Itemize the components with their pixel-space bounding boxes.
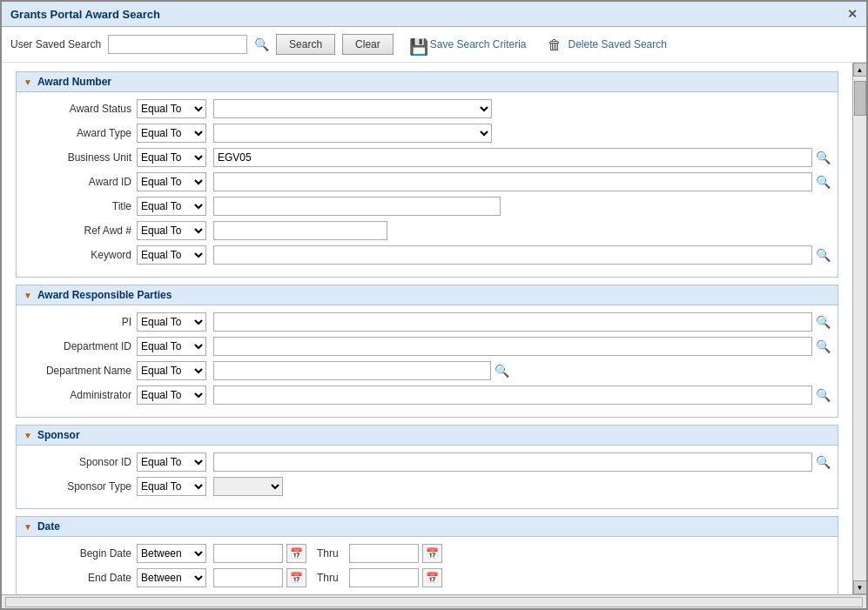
operator-administrator: Equal ToNot Equal To [137, 385, 206, 405]
input-title[interactable] [213, 197, 501, 216]
select-operator-title[interactable]: Equal ToNot Equal To [137, 197, 206, 216]
input-keyword[interactable] [213, 245, 812, 265]
lookup-icon-administrator[interactable]: 🔍 [816, 388, 831, 402]
operator-sponsor-type: Equal ToNot Equal To [137, 477, 206, 496]
value-award-type [213, 124, 492, 143]
scroll-thumb[interactable] [854, 81, 866, 116]
horizontal-scrollbar[interactable] [5, 597, 863, 607]
lookup-icon-sponsor-id[interactable]: 🔍 [816, 455, 831, 469]
calendar-icon-begin-from[interactable]: 📅 [286, 544, 306, 563]
calendar-icon-end-to[interactable]: 📅 [422, 568, 442, 587]
select-value-award-type[interactable] [213, 124, 492, 143]
label-sponsor-id: Sponsor ID [24, 456, 137, 468]
select-operator-sponsor-type[interactable]: Equal ToNot Equal To [137, 477, 206, 496]
label-award-id: Award ID [24, 176, 137, 188]
save-search-criteria-icon[interactable]: 💾 [409, 37, 423, 51]
clear-button[interactable]: Clear [342, 34, 394, 55]
calendar-icon-begin-to[interactable]: 📅 [422, 544, 442, 563]
select-operator-department-id[interactable]: Equal ToNot Equal To [137, 337, 206, 356]
user-saved-search-input[interactable] [108, 35, 247, 54]
section-arrow-responsible-parties: ▼ [24, 291, 32, 300]
input-begin-date-from[interactable] [213, 544, 283, 563]
input-department-name[interactable] [213, 361, 491, 380]
scroll-up-button[interactable]: ▲ [853, 63, 867, 77]
operator-department-id: Equal ToNot Equal To [137, 337, 206, 356]
select-operator-administrator[interactable]: Equal ToNot Equal To [137, 385, 206, 405]
search-button[interactable]: Search [276, 34, 335, 55]
row-business-unit: Business Unit Equal ToNot Equal To 🔍 [17, 148, 838, 167]
input-end-date-from[interactable] [213, 568, 283, 587]
operator-business-unit: Equal ToNot Equal To [137, 148, 206, 167]
lookup-icon-award-id[interactable]: 🔍 [816, 175, 831, 189]
lookup-icon-business-unit[interactable]: 🔍 [816, 151, 831, 164]
section-header-award-responsible-parties[interactable]: ▼ Award Responsible Parties [16, 285, 838, 305]
label-ref-awd: Ref Awd # [24, 225, 137, 237]
row-administrator: Administrator Equal ToNot Equal To 🔍 [17, 385, 838, 405]
row-award-id: Award ID Equal ToNot Equal To 🔍 [17, 172, 838, 191]
select-operator-keyword[interactable]: Equal ToNot Equal To [137, 245, 206, 265]
save-search-criteria-link[interactable]: Save Search Criteria [430, 38, 527, 50]
section-header-sponsor[interactable]: ▼ Sponsor [16, 425, 838, 446]
select-operator-begin-date[interactable]: BetweenEqual ToLess Than [137, 544, 206, 563]
label-title: Title [24, 200, 137, 212]
section-award-number: ▼ Award Number Award Status Equal ToNot … [16, 71, 838, 278]
lookup-icon-department-id[interactable]: 🔍 [816, 339, 831, 353]
section-header-award-number[interactable]: ▼ Award Number [16, 71, 838, 92]
row-keyword: Keyword Equal ToNot Equal To 🔍 [17, 245, 838, 265]
label-begin-date: Begin Date [24, 547, 137, 560]
calendar-icon-end-from[interactable]: 📅 [286, 568, 306, 587]
close-button[interactable]: ✕ [847, 7, 858, 21]
section-title-date: Date [37, 520, 60, 533]
select-operator-award-id[interactable]: Equal ToNot Equal To [137, 172, 206, 191]
lookup-icon-pi[interactable]: 🔍 [816, 315, 831, 329]
section-title-responsible-parties: Award Responsible Parties [37, 289, 172, 301]
vertical-scrollbar: ▲ ▼ [852, 63, 866, 594]
label-keyword: Keyword [24, 249, 137, 261]
input-award-id[interactable] [213, 172, 812, 191]
label-end-date: End Date [24, 572, 137, 584]
input-ref-awd[interactable] [213, 221, 387, 240]
select-operator-pi[interactable]: Equal ToNot Equal To [137, 312, 206, 332]
label-administrator: Administrator [24, 389, 137, 401]
select-operator-sponsor-id[interactable]: Equal ToNot Equal To [137, 452, 206, 472]
row-title: Title Equal ToNot Equal To [17, 197, 838, 216]
input-end-date-to[interactable] [349, 568, 419, 587]
input-business-unit[interactable] [213, 148, 812, 167]
lookup-icon-keyword[interactable]: 🔍 [816, 248, 831, 262]
select-operator-business-unit[interactable]: Equal ToNot Equal To [137, 148, 206, 167]
section-date: ▼ Date Begin Date BetweenEqual ToLess Th… [16, 516, 838, 594]
select-operator-department-name[interactable]: Equal ToNot Equal To [137, 361, 206, 380]
value-department-id: 🔍 [213, 337, 831, 356]
delete-saved-search-link[interactable]: Delete Saved Search [569, 38, 667, 50]
label-pi: PI [24, 316, 137, 328]
select-operator-award-type[interactable]: Equal ToNot Equal To [137, 124, 206, 143]
input-pi[interactable] [213, 312, 812, 332]
select-value-award-status[interactable] [213, 99, 492, 118]
main-panel: ▼ Award Number Award Status Equal ToNot … [2, 63, 852, 594]
operator-sponsor-id: Equal ToNot Equal To [137, 452, 206, 472]
select-operator-ref-awd[interactable]: Equal ToNot Equal To [137, 221, 206, 240]
input-administrator[interactable] [213, 385, 812, 405]
input-sponsor-id[interactable] [213, 452, 812, 472]
content-area: ▼ Award Number Award Status Equal ToNot … [2, 63, 866, 594]
select-value-sponsor-type[interactable] [213, 477, 283, 496]
lookup-icon-department-name[interactable]: 🔍 [495, 364, 509, 378]
section-title-award-number: Award Number [37, 76, 111, 88]
input-department-id[interactable] [213, 337, 812, 356]
operator-keyword: Equal ToNot Equal To [137, 245, 206, 265]
section-header-date[interactable]: ▼ Date [16, 516, 838, 537]
section-body-date: Begin Date BetweenEqual ToLess Than 📅 Th… [16, 537, 838, 594]
scroll-track[interactable] [853, 77, 866, 580]
scroll-down-button[interactable]: ▼ [853, 580, 867, 594]
section-arrow-date: ▼ [24, 522, 32, 532]
saved-search-lookup-icon[interactable]: 🔍 [254, 37, 269, 51]
label-department-name: Department Name [24, 365, 137, 377]
value-department-name: 🔍 [213, 361, 509, 380]
select-operator-end-date[interactable]: BetweenEqual ToLess Than [137, 568, 206, 587]
row-award-type: Award Type Equal ToNot Equal To [17, 124, 838, 143]
select-operator-award-status[interactable]: Equal ToNot Equal To [137, 99, 206, 118]
section-award-responsible-parties: ▼ Award Responsible Parties PI Equal ToN… [16, 285, 838, 418]
delete-saved-search-icon[interactable]: 🗑 [548, 37, 562, 51]
section-arrow-sponsor: ▼ [24, 431, 32, 440]
input-begin-date-to[interactable] [349, 544, 419, 563]
